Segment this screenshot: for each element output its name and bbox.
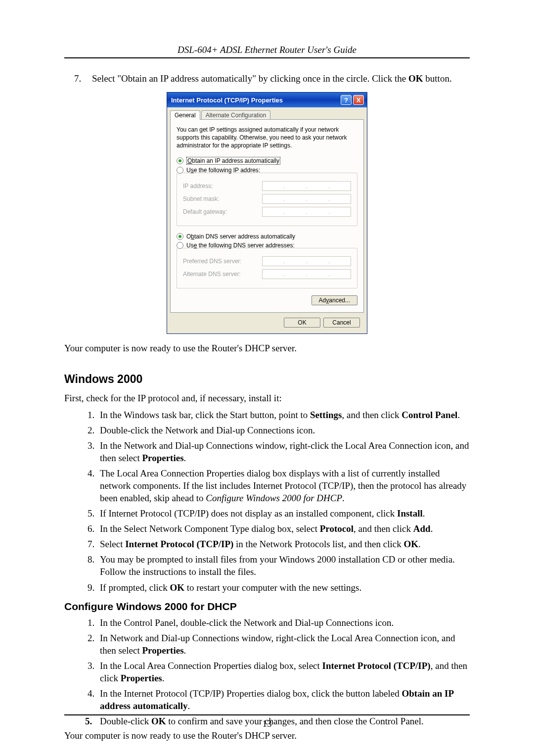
label-default-gateway: Default gateway:	[183, 208, 262, 215]
text-segment: Control Panel	[401, 410, 457, 420]
radio-use-dns-label: the following DNS server addresses:	[197, 242, 294, 249]
text-segment: OK	[403, 539, 418, 549]
radio-icon[interactable]	[177, 233, 183, 240]
t: Ad	[319, 297, 326, 304]
text-segment: Install	[397, 508, 423, 519]
radio-icon[interactable]	[177, 157, 183, 164]
text-segment: If prompted, click	[100, 582, 170, 593]
text-segment: Configure Windows 2000 for DHCP	[206, 493, 342, 503]
text-segment: Internet Protocol (TCP/IP)	[322, 661, 431, 671]
heading-windows-2000: Windows 2000	[64, 373, 470, 386]
input-default-gateway: ...	[262, 207, 351, 217]
header-rule	[64, 57, 470, 58]
text-segment: .	[423, 508, 425, 519]
instruction-7-number: 7.	[74, 73, 92, 84]
field-ip-address: IP address: ...	[183, 181, 351, 191]
list-item: In the Control Panel, double-click the N…	[97, 616, 470, 629]
text-segment: , and then click	[342, 410, 401, 420]
radio-obtain-ip-auto-u: O	[187, 157, 192, 164]
win2000-intro: First, check for the IP protocol and, if…	[64, 393, 470, 404]
label-preferred-dns: Preferred DNS server:	[183, 258, 262, 265]
label-ip-address: IP address:	[183, 183, 262, 189]
list-item: In the Network and Dial-up Connections w…	[97, 439, 470, 464]
instruction-7-ok: OK	[408, 73, 423, 84]
footer-rule	[64, 714, 470, 715]
cfg2000-list: In the Control Panel, double-click the N…	[64, 616, 470, 728]
text-segment: .	[418, 539, 421, 549]
cancel-button[interactable]: Cancel	[323, 318, 360, 328]
list-item: Select Internet Protocol (TCP/IP) in the…	[97, 538, 470, 550]
text-segment: .	[184, 453, 186, 463]
ip-fields-group: IP address: ... Subnet mask: ... Default…	[177, 173, 357, 226]
text-segment: In the Control Panel, double-click the N…	[100, 617, 394, 628]
page-number: 13	[64, 718, 470, 729]
list-item: If Internet Protocol (TCP/IP) does not d…	[97, 507, 470, 520]
text-segment: In the Local Area Connection Properties …	[100, 661, 322, 671]
list-item: In the Select Network Component Type dia…	[97, 522, 470, 535]
text-segment: Properties	[142, 453, 183, 463]
input-subnet-mask: ...	[262, 194, 351, 204]
text-segment: .	[184, 645, 186, 656]
dns-fields-group: Preferred DNS server: ... Alternate DNS …	[177, 248, 357, 288]
label-alternate-dns: Alternate DNS server:	[183, 271, 262, 278]
text-segment: to restart your computer with the new se…	[184, 582, 361, 593]
dialog-description: You can get IP settings assigned automat…	[177, 126, 357, 150]
radio-obtain-ip-auto[interactable]: Obtain an IP address automatically	[177, 157, 357, 165]
field-preferred-dns: Preferred DNS server: ...	[183, 256, 351, 266]
radio-icon[interactable]	[177, 242, 183, 249]
instruction-7-text-a: Select "Obtain an IP address automatical…	[92, 73, 408, 84]
radio-icon[interactable]	[177, 167, 183, 174]
instruction-7-text: Select "Obtain an IP address automatical…	[92, 73, 470, 84]
text-segment: Settings	[310, 410, 342, 420]
tcpip-properties-dialog: Internet Protocol (TCP/IP) Properties ? …	[167, 92, 367, 334]
radio-use-dns-pre: Us	[186, 242, 194, 249]
list-item: The Local Area Connection Properties dia…	[97, 467, 470, 504]
list-item: In the Local Area Connection Properties …	[97, 660, 470, 684]
field-alternate-dns: Alternate DNS server: ...	[183, 269, 351, 279]
radio-obtain-dns-label: tain DNS server address automatically	[194, 233, 295, 240]
field-default-gateway: Default gateway: ...	[183, 207, 351, 217]
text-segment: In the Internet Protocol (TCP/IP) Proper…	[100, 688, 402, 699]
tab-alternate-configuration[interactable]: Alternate Configuration	[201, 110, 271, 120]
tab-pane-general: You can get IP settings assigned automat…	[170, 119, 364, 313]
after-dialog-text: Your computer is now ready to use the Ro…	[64, 343, 470, 354]
text-segment: In the Windows task bar, click the Start…	[100, 410, 310, 420]
text-segment: Add	[413, 523, 431, 534]
text-segment: in the Network Protocols list, and then …	[233, 539, 403, 549]
win2000-list: In the Windows task bar, click the Start…	[64, 409, 470, 594]
radio-obtain-dns-auto[interactable]: Obtain DNS server address automatically	[177, 233, 357, 240]
text-segment: Double-click the Network and Dial-up Con…	[100, 425, 315, 435]
list-item: In the Internet Protocol (TCP/IP) Proper…	[97, 687, 470, 712]
text-segment: In the Select Network Component Type dia…	[100, 523, 320, 534]
list-item: In the Windows task bar, click the Start…	[97, 409, 470, 421]
close-icon[interactable]: X	[353, 95, 364, 105]
text-segment: Protocol	[320, 523, 354, 534]
input-preferred-dns: ...	[262, 256, 351, 266]
dialog-footer: OK Cancel	[167, 313, 367, 333]
text-segment: Internet Protocol (TCP/IP)	[125, 539, 233, 549]
text-segment: .	[162, 673, 165, 683]
text-segment: .	[188, 701, 190, 711]
text-segment: Select	[100, 539, 125, 549]
text-segment: Properties	[142, 645, 183, 656]
ok-button[interactable]: OK	[284, 318, 320, 328]
header-title: DSL-604+ ADSL Ethernet Router User's Gui…	[64, 45, 470, 55]
text-segment: You may be prompted to install files fro…	[100, 554, 455, 577]
heading-configure-win2000-dhcp: Configure Windows 2000 for DHCP	[64, 601, 470, 613]
dialog-titlebar[interactable]: Internet Protocol (TCP/IP) Properties ? …	[167, 93, 367, 107]
help-icon[interactable]: ?	[341, 95, 352, 105]
instruction-7-text-b: button.	[423, 73, 452, 84]
list-item: In Network and Dial-up Connections windo…	[97, 632, 470, 657]
input-alternate-dns: ...	[262, 269, 351, 279]
tab-general[interactable]: General	[170, 110, 200, 120]
list-item: You may be prompted to install files fro…	[97, 553, 470, 578]
instruction-7: 7. Select "Obtain an IP address automati…	[74, 73, 470, 84]
text-segment: .	[342, 493, 345, 503]
radio-use-ip-pre: U	[186, 167, 191, 174]
dialog-title: Internet Protocol (TCP/IP) Properties	[171, 96, 341, 104]
text-segment: .	[431, 523, 433, 534]
text-segment: Properties	[121, 673, 162, 683]
t: anced...	[329, 297, 350, 304]
radio-use-ip-label-a: e the following IP addres	[194, 167, 259, 174]
advanced-button[interactable]: Advanced...	[312, 295, 357, 305]
